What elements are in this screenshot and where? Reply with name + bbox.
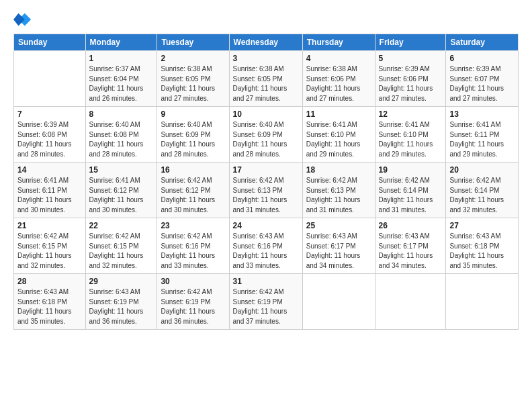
day-number: 26 xyxy=(379,221,443,230)
calendar-cell: 29Sunrise: 6:43 AMSunset: 6:19 PMDayligh… xyxy=(85,274,157,330)
logo-icon xyxy=(13,11,32,30)
day-number: 28 xyxy=(17,277,82,286)
calendar-body: 1Sunrise: 6:37 AMSunset: 6:04 PMDaylight… xyxy=(14,51,519,330)
calendar-cell: 27Sunrise: 6:43 AMSunset: 6:18 PMDayligh… xyxy=(446,218,519,274)
cell-info: Sunrise: 6:43 AMSunset: 6:17 PMDaylight:… xyxy=(379,232,443,271)
cell-info: Sunrise: 6:41 AMSunset: 6:12 PMDaylight:… xyxy=(89,176,154,215)
calendar-header: SundayMondayTuesdayWednesdayThursdayFrid… xyxy=(14,34,519,51)
calendar-cell: 21Sunrise: 6:42 AMSunset: 6:15 PMDayligh… xyxy=(14,218,86,274)
day-number: 5 xyxy=(379,54,443,63)
calendar-cell: 3Sunrise: 6:38 AMSunset: 6:05 PMDaylight… xyxy=(229,51,302,107)
cell-info: Sunrise: 6:40 AMSunset: 6:08 PMDaylight:… xyxy=(89,120,154,159)
cell-info: Sunrise: 6:42 AMSunset: 6:19 PMDaylight:… xyxy=(161,287,225,326)
calendar-cell: 13Sunrise: 6:41 AMSunset: 6:11 PMDayligh… xyxy=(446,107,519,163)
cell-info: Sunrise: 6:41 AMSunset: 6:10 PMDaylight:… xyxy=(379,120,443,159)
cell-info: Sunrise: 6:42 AMSunset: 6:14 PMDaylight:… xyxy=(449,176,515,215)
cell-info: Sunrise: 6:43 AMSunset: 6:17 PMDaylight:… xyxy=(306,232,371,271)
header-day-wednesday: Wednesday xyxy=(229,34,302,51)
cell-info: Sunrise: 6:42 AMSunset: 6:19 PMDaylight:… xyxy=(233,287,299,326)
calendar-cell: 12Sunrise: 6:41 AMSunset: 6:10 PMDayligh… xyxy=(375,107,446,163)
day-number: 21 xyxy=(17,221,82,230)
day-number: 9 xyxy=(161,109,225,119)
calendar-cell xyxy=(375,274,446,330)
week-row-5: 28Sunrise: 6:43 AMSunset: 6:18 PMDayligh… xyxy=(14,274,519,330)
day-number: 31 xyxy=(233,277,299,286)
header-day-tuesday: Tuesday xyxy=(157,34,229,51)
calendar-cell: 22Sunrise: 6:42 AMSunset: 6:15 PMDayligh… xyxy=(85,218,157,274)
header-day-thursday: Thursday xyxy=(302,34,375,51)
header-row: SundayMondayTuesdayWednesdayThursdayFrid… xyxy=(14,34,519,51)
calendar-cell: 31Sunrise: 6:42 AMSunset: 6:19 PMDayligh… xyxy=(229,274,302,330)
day-number: 18 xyxy=(306,165,371,175)
calendar-cell: 7Sunrise: 6:39 AMSunset: 6:08 PMDaylight… xyxy=(14,107,86,163)
week-row-1: 1Sunrise: 6:37 AMSunset: 6:04 PMDaylight… xyxy=(14,51,519,107)
calendar-cell: 6Sunrise: 6:39 AMSunset: 6:07 PMDaylight… xyxy=(446,51,519,107)
calendar-cell: 11Sunrise: 6:41 AMSunset: 6:10 PMDayligh… xyxy=(302,107,375,163)
cell-info: Sunrise: 6:38 AMSunset: 6:06 PMDaylight:… xyxy=(306,64,371,103)
cell-info: Sunrise: 6:41 AMSunset: 6:11 PMDaylight:… xyxy=(17,176,82,215)
calendar-cell xyxy=(302,274,375,330)
calendar-cell: 17Sunrise: 6:42 AMSunset: 6:13 PMDayligh… xyxy=(229,163,302,218)
day-number: 27 xyxy=(449,221,515,230)
page: SundayMondayTuesdayWednesdayThursdayFrid… xyxy=(0,0,532,336)
calendar-cell: 28Sunrise: 6:43 AMSunset: 6:18 PMDayligh… xyxy=(14,274,86,330)
cell-info: Sunrise: 6:39 AMSunset: 6:06 PMDaylight:… xyxy=(379,64,443,103)
calendar-cell: 18Sunrise: 6:42 AMSunset: 6:13 PMDayligh… xyxy=(302,163,375,218)
day-number: 1 xyxy=(89,54,154,63)
day-number: 25 xyxy=(306,221,371,230)
day-number: 22 xyxy=(89,221,154,230)
calendar-cell: 15Sunrise: 6:41 AMSunset: 6:12 PMDayligh… xyxy=(85,163,157,218)
calendar-cell: 2Sunrise: 6:38 AMSunset: 6:05 PMDaylight… xyxy=(157,51,229,107)
calendar-cell xyxy=(14,51,86,107)
cell-info: Sunrise: 6:39 AMSunset: 6:07 PMDaylight:… xyxy=(449,64,515,103)
day-number: 24 xyxy=(233,221,299,230)
day-number: 14 xyxy=(17,165,82,175)
day-number: 6 xyxy=(449,54,515,63)
calendar-cell: 23Sunrise: 6:42 AMSunset: 6:16 PMDayligh… xyxy=(157,218,229,274)
header-day-friday: Friday xyxy=(375,34,446,51)
day-number: 3 xyxy=(233,54,299,63)
cell-info: Sunrise: 6:42 AMSunset: 6:13 PMDaylight:… xyxy=(306,176,371,215)
day-number: 29 xyxy=(89,277,154,286)
calendar-cell: 20Sunrise: 6:42 AMSunset: 6:14 PMDayligh… xyxy=(446,163,519,218)
day-number: 20 xyxy=(449,165,515,175)
day-number: 7 xyxy=(17,109,82,119)
cell-info: Sunrise: 6:42 AMSunset: 6:14 PMDaylight:… xyxy=(379,176,443,215)
cell-info: Sunrise: 6:38 AMSunset: 6:05 PMDaylight:… xyxy=(161,64,225,103)
day-number: 10 xyxy=(233,109,299,119)
cell-info: Sunrise: 6:43 AMSunset: 6:19 PMDaylight:… xyxy=(89,287,154,326)
cell-info: Sunrise: 6:41 AMSunset: 6:10 PMDaylight:… xyxy=(306,120,371,159)
calendar-cell: 8Sunrise: 6:40 AMSunset: 6:08 PMDaylight… xyxy=(85,107,157,163)
cell-info: Sunrise: 6:42 AMSunset: 6:12 PMDaylight:… xyxy=(161,176,225,215)
cell-info: Sunrise: 6:42 AMSunset: 6:15 PMDaylight:… xyxy=(89,232,154,271)
logo xyxy=(13,11,35,30)
calendar-cell: 26Sunrise: 6:43 AMSunset: 6:17 PMDayligh… xyxy=(375,218,446,274)
week-row-3: 14Sunrise: 6:41 AMSunset: 6:11 PMDayligh… xyxy=(14,163,519,218)
header-day-sunday: Sunday xyxy=(14,34,86,51)
header-day-saturday: Saturday xyxy=(446,34,519,51)
header-day-monday: Monday xyxy=(85,34,157,51)
day-number: 4 xyxy=(306,54,371,63)
cell-info: Sunrise: 6:40 AMSunset: 6:09 PMDaylight:… xyxy=(233,120,299,159)
cell-info: Sunrise: 6:37 AMSunset: 6:04 PMDaylight:… xyxy=(89,64,154,103)
cell-info: Sunrise: 6:43 AMSunset: 6:18 PMDaylight:… xyxy=(17,287,82,326)
day-number: 23 xyxy=(161,221,225,230)
day-number: 19 xyxy=(379,165,443,175)
calendar-table: SundayMondayTuesdayWednesdayThursdayFrid… xyxy=(13,34,519,330)
calendar-cell: 25Sunrise: 6:43 AMSunset: 6:17 PMDayligh… xyxy=(302,218,375,274)
calendar-cell: 10Sunrise: 6:40 AMSunset: 6:09 PMDayligh… xyxy=(229,107,302,163)
week-row-4: 21Sunrise: 6:42 AMSunset: 6:15 PMDayligh… xyxy=(14,218,519,274)
cell-info: Sunrise: 6:42 AMSunset: 6:13 PMDaylight:… xyxy=(233,176,299,215)
calendar-cell xyxy=(446,274,519,330)
day-number: 17 xyxy=(233,165,299,175)
cell-info: Sunrise: 6:39 AMSunset: 6:08 PMDaylight:… xyxy=(17,120,82,159)
cell-info: Sunrise: 6:43 AMSunset: 6:18 PMDaylight:… xyxy=(449,232,515,271)
header xyxy=(13,11,519,30)
calendar-cell: 14Sunrise: 6:41 AMSunset: 6:11 PMDayligh… xyxy=(14,163,86,218)
day-number: 11 xyxy=(306,109,371,119)
calendar-cell: 30Sunrise: 6:42 AMSunset: 6:19 PMDayligh… xyxy=(157,274,229,330)
cell-info: Sunrise: 6:42 AMSunset: 6:16 PMDaylight:… xyxy=(161,232,225,271)
cell-info: Sunrise: 6:43 AMSunset: 6:16 PMDaylight:… xyxy=(233,232,299,271)
cell-info: Sunrise: 6:42 AMSunset: 6:15 PMDaylight:… xyxy=(17,232,82,271)
day-number: 2 xyxy=(161,54,225,63)
